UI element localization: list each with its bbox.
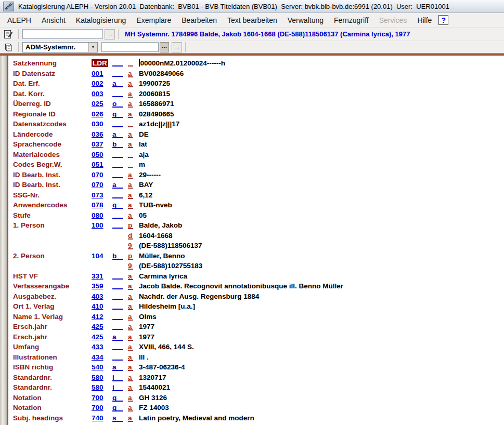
field-tag[interactable]: 051 <box>92 161 104 168</box>
record-search-input[interactable] <box>22 29 103 39</box>
field-value[interactable]: (DE-588)102755183 <box>139 261 504 272</box>
field-tag[interactable]: 540 <box>92 363 104 371</box>
subfield-code[interactable]: a <box>128 191 133 199</box>
subfield-code[interactable]: p <box>128 221 133 229</box>
field-indicator[interactable]: g <box>112 394 123 402</box>
field-indicator[interactable] <box>112 342 123 350</box>
field-tag[interactable]: 410 <box>92 302 104 310</box>
field-tag[interactable]: 359 <box>92 282 104 290</box>
field-indicator[interactable] <box>112 221 123 229</box>
field-value[interactable]: 165886971 <box>139 99 504 110</box>
field-value[interactable]: TUB-nveb <box>139 201 504 211</box>
field-indicator[interactable] <box>112 353 123 361</box>
field-value[interactable]: Carmina lyrica <box>139 272 504 282</box>
subfield-code[interactable]: a <box>128 211 133 219</box>
field-value[interactable]: 1604-1668 <box>139 231 504 242</box>
field-tag[interactable]: 700 <box>92 394 104 402</box>
field-indicator[interactable] <box>112 89 123 97</box>
field-indicator[interactable] <box>112 191 123 198</box>
field-tag[interactable]: 073 <box>92 191 104 199</box>
menu-item-katalogisierung[interactable]: Katalogisierung <box>71 15 132 26</box>
subfield-code[interactable]: 9 <box>128 262 133 270</box>
field-value[interactable]: 1320717 <box>139 373 504 383</box>
field-indicator[interactable] <box>112 211 123 219</box>
field-value[interactable]: FZ 14003 <box>139 403 504 414</box>
splitter-handle[interactable] <box>0 56 7 425</box>
field-indicator[interactable]: a <box>112 363 123 371</box>
field-tag[interactable]: 580 <box>92 383 104 391</box>
field-value[interactable]: Latin poetry, Medieval and modern <box>139 414 504 424</box>
subfield-code[interactable]: a <box>128 130 133 138</box>
field-tag[interactable]: LDR <box>92 59 108 67</box>
field-value[interactable]: 15440021 <box>139 383 504 393</box>
subfield-code[interactable]: a <box>128 404 133 411</box>
subfield-code[interactable]: p <box>128 252 133 260</box>
browse-button[interactable]: ... <box>160 42 169 52</box>
field-tag[interactable]: 580 <box>92 374 104 381</box>
field-value[interactable]: 00000nM2.01200024------h <box>139 59 504 69</box>
subfield-code[interactable]: a <box>128 374 133 381</box>
subfield-code[interactable]: a <box>128 313 133 321</box>
menu-item-exemplare[interactable]: Exemplare <box>131 15 176 26</box>
field-indicator[interactable] <box>112 312 123 320</box>
field-tag[interactable]: 740 <box>92 414 104 422</box>
subfield-code[interactable] <box>128 150 133 158</box>
field-tag[interactable]: 412 <box>92 313 104 321</box>
book-icon[interactable] <box>2 42 15 52</box>
field-value[interactable]: 6,12 <box>139 191 504 201</box>
field-value[interactable]: az1dc||z|||17 <box>139 119 504 130</box>
field-value[interactable]: 028490665 <box>139 110 504 120</box>
field-indicator[interactable] <box>112 302 123 310</box>
field-tag[interactable]: 425 <box>92 323 104 330</box>
subfield-code[interactable]: a <box>128 363 133 371</box>
field-tag[interactable]: 002 <box>92 79 104 87</box>
field-value[interactable]: Müller, Benno <box>139 251 504 262</box>
subfield-code[interactable]: a <box>128 79 133 87</box>
field-tag[interactable]: 030 <box>92 120 104 128</box>
field-tag[interactable]: 025 <box>92 100 104 108</box>
subfield-code[interactable]: a <box>128 394 133 402</box>
field-indicator[interactable] <box>112 69 123 77</box>
field-tag[interactable]: 080 <box>92 211 104 219</box>
field-indicator[interactable]: b <box>112 140 123 148</box>
menu-item-aleph[interactable]: ALEPH <box>2 15 36 26</box>
subfield-code[interactable]: 9 <box>128 242 133 249</box>
subfield-code[interactable]: a <box>128 353 133 361</box>
field-tag[interactable]: 434 <box>92 353 104 361</box>
subfield-code[interactable]: a <box>128 90 133 98</box>
field-value[interactable]: (DE-588)118506137 <box>139 241 504 251</box>
chevron-down-icon[interactable]: ▼ <box>88 43 97 52</box>
field-tag[interactable]: 425 <box>92 333 104 341</box>
field-value[interactable]: Ill . <box>139 353 504 363</box>
field-indicator[interactable] <box>112 160 123 168</box>
field-indicator[interactable]: s <box>112 414 123 422</box>
subfield-code[interactable]: a <box>128 181 133 189</box>
field-indicator[interactable]: a <box>112 130 123 138</box>
field-tag[interactable]: 050 <box>92 151 104 158</box>
field-indicator[interactable] <box>112 59 123 67</box>
field-tag[interactable]: 078 <box>92 201 104 209</box>
field-tag[interactable]: 026 <box>92 110 104 118</box>
field-value[interactable]: 1977 <box>139 322 504 333</box>
field-tag[interactable]: 070 <box>92 181 104 189</box>
field-tag[interactable]: 403 <box>92 293 104 300</box>
field-value[interactable]: DE <box>139 130 504 140</box>
subfield-code[interactable]: a <box>128 414 133 422</box>
field-indicator[interactable]: q <box>112 201 123 209</box>
subfield-code[interactable]: a <box>128 383 133 391</box>
field-indicator[interactable]: i <box>112 374 123 381</box>
subfield-code[interactable]: a <box>128 272 133 280</box>
field-tag[interactable]: 001 <box>92 70 104 77</box>
field-value[interactable]: 19900725 <box>139 79 504 89</box>
field-indicator[interactable]: a <box>112 79 123 87</box>
field-value[interactable]: 05 <box>139 211 504 221</box>
field-indicator[interactable]: i <box>112 383 123 391</box>
field-value[interactable]: m <box>139 160 504 170</box>
subfield-code[interactable]: a <box>128 343 133 351</box>
menu-item-verwaltung[interactable]: Verwaltung <box>282 15 329 26</box>
subfield-code[interactable] <box>128 160 133 168</box>
system-number-selector[interactable]: ADM-Systemnr. ▼ <box>22 42 98 52</box>
subfield-code[interactable] <box>128 59 133 67</box>
field-value[interactable]: 3-487-06236-4 <box>139 363 504 373</box>
subfield-code[interactable]: a <box>128 110 133 118</box>
